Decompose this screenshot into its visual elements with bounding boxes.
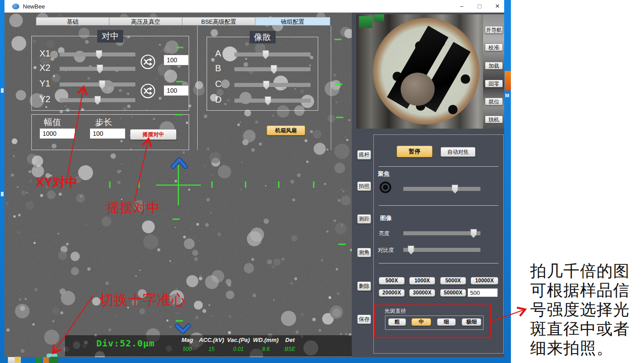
in-position-button[interactable]: 就位 xyxy=(485,98,503,105)
spot-extra-fine-button[interactable]: 极细 xyxy=(462,318,481,326)
centering-slider-y2[interactable] xyxy=(60,95,135,104)
tab-basic[interactable]: 基础 xyxy=(36,17,109,26)
centering-value-x-input[interactable] xyxy=(164,55,189,65)
spot-fine-button[interactable]: 细 xyxy=(437,318,456,326)
mag-20000x-button[interactable]: 20000X xyxy=(379,289,405,297)
centering-value-y-input[interactable] xyxy=(164,85,189,96)
taskbar-app-icon-green[interactable] xyxy=(36,357,42,363)
desktop-left-icon-2[interactable] xyxy=(1,192,4,196)
centering-slider-x1[interactable] xyxy=(60,50,135,59)
contrast-label: 对比度 xyxy=(378,246,394,254)
desktop-left-icon[interactable] xyxy=(1,88,4,93)
status-col-acc: ACC.(kV) 15 xyxy=(198,337,225,352)
slider-thumb[interactable] xyxy=(271,65,277,74)
app-logo-icon xyxy=(12,4,19,9)
autofocus-button[interactable]: 自动对焦 xyxy=(441,147,475,157)
mag-5000x-button[interactable]: 5000X xyxy=(440,277,466,285)
slider-thumb[interactable] xyxy=(95,50,102,59)
save-button[interactable]: 保存 xyxy=(357,315,371,324)
annotation-note-text: 拍几千倍的图 可根据样品信 号强度选择光 斑直径中或者 细来拍照。 xyxy=(530,262,644,358)
minimize-icon[interactable]: – xyxy=(453,0,471,13)
tab-bse-advanced[interactable]: BSE高级配置 xyxy=(182,17,255,26)
astig-slider-b[interactable] xyxy=(234,65,311,73)
mag-30000x-button[interactable]: 30000X xyxy=(409,289,435,297)
slider-track[interactable] xyxy=(234,52,311,56)
sem-image-viewport[interactable]: 基础 高压及真空 BSE高级配置 镜组配置 对中 X1 X2 Y1 Y2 xyxy=(4,13,352,357)
swap-y-icon[interactable] xyxy=(140,83,156,99)
mag-10000x-button[interactable]: 10000X xyxy=(471,277,498,285)
contrast-slider[interactable] xyxy=(403,245,480,254)
slider-thumb[interactable] xyxy=(96,65,103,73)
offline-button[interactable]: 脱机 xyxy=(485,116,503,123)
app-window: NewBee – ◻ ✕ 基础 高压及真空 BSE高级配置 xyxy=(4,0,504,357)
mag-50000x-button[interactable]: 50000X xyxy=(440,289,466,297)
step-input[interactable] xyxy=(90,128,125,139)
pause-button[interactable]: 暂停 xyxy=(397,146,432,157)
spot-diameter-label: 光斑直径 xyxy=(385,307,406,315)
slider-track[interactable] xyxy=(60,82,135,86)
slider-track[interactable] xyxy=(403,248,480,252)
panel-divider-2 xyxy=(331,26,331,150)
centering-slider-x2[interactable] xyxy=(60,64,135,73)
delete-button[interactable]: 删除 xyxy=(357,281,371,291)
brightness-label: 亮度 xyxy=(379,230,389,238)
centering-group-title: 对中 xyxy=(97,30,123,43)
status-columns: Mag 500 ACC.(kV) 15 Vac.(Pa) 0.01 WD.(mm… xyxy=(177,337,300,352)
slider-label-y2: Y2 xyxy=(39,94,50,104)
status-col-det: Det BSE xyxy=(280,337,300,352)
spot-medium-button[interactable]: 中 xyxy=(411,318,431,326)
spot-coarse-button[interactable]: 粗 xyxy=(388,318,406,326)
slider-thumb[interactable] xyxy=(452,185,458,194)
brightness-slider[interactable] xyxy=(403,229,480,238)
panel-divider xyxy=(197,26,198,150)
status-col-vac: Vac.(Pa) 0.01 xyxy=(225,337,251,352)
load-button[interactable]: 加载 xyxy=(485,62,503,69)
home-zero-button[interactable]: 回零 xyxy=(485,80,503,87)
maximize-icon[interactable]: ◻ xyxy=(471,0,488,13)
window-title: NewBee xyxy=(23,3,45,10)
slider-thumb[interactable] xyxy=(263,81,270,90)
slider-thumb[interactable] xyxy=(94,96,101,105)
slider-thumb[interactable] xyxy=(264,96,271,105)
measure-distance-button[interactable]: 测距 xyxy=(357,214,371,224)
joystick-button[interactable]: 摇杆 xyxy=(357,150,371,160)
slider-thumb[interactable] xyxy=(470,229,477,238)
close-icon[interactable]: ✕ xyxy=(488,0,506,13)
mag-1000x-button[interactable]: 1000X xyxy=(409,277,435,285)
div-scale-readout: Div:52.0μm xyxy=(96,338,155,349)
taskbar-folder-icon[interactable] xyxy=(15,357,20,363)
astig-slider-d[interactable] xyxy=(234,96,311,105)
amplitude-input[interactable] xyxy=(39,128,75,139)
chassis-fan-button[interactable]: 机箱风扇 xyxy=(267,125,305,135)
calibrate-button[interactable]: 校准 xyxy=(485,43,503,51)
open-navigation-button[interactable]: 开导航 xyxy=(485,26,503,34)
mag-500x-button[interactable]: 500X xyxy=(379,277,405,285)
magnification-input[interactable] xyxy=(467,288,498,297)
slider-thumb[interactable] xyxy=(408,246,415,255)
status-col-wd: WD.(mm) 8.6 xyxy=(251,337,280,352)
slider-track[interactable] xyxy=(234,83,311,87)
wobble-center-button[interactable]: 摇摆对中 xyxy=(130,129,177,140)
slider-track[interactable] xyxy=(403,231,480,235)
photo-button[interactable]: 拍照 xyxy=(357,182,371,191)
desktop-shortcut-icon[interactable] xyxy=(505,71,511,91)
swap-x-icon[interactable] xyxy=(140,54,156,70)
camera-connector xyxy=(359,16,372,28)
astig-slider-c[interactable] xyxy=(234,80,311,89)
focus-target-icon[interactable] xyxy=(380,182,391,193)
slider-track[interactable] xyxy=(403,187,480,191)
taskbar-app-icon-orange[interactable] xyxy=(43,357,49,363)
taskbar-app-icon-green2[interactable] xyxy=(50,357,58,363)
astig-slider-a[interactable] xyxy=(234,50,311,59)
slider-track[interactable] xyxy=(234,99,311,103)
tab-hv-vacuum[interactable]: 高压及真空 xyxy=(109,17,182,26)
image-section-label: 图像 xyxy=(380,214,392,222)
focus-slider[interactable] xyxy=(403,184,480,193)
slider-thumb[interactable] xyxy=(262,50,269,59)
slider-label-x2: X2 xyxy=(39,63,50,73)
measure-angle-button[interactable]: 测角 xyxy=(357,248,371,257)
amplitude-label: 幅值 xyxy=(44,117,61,128)
tab-lens-config[interactable]: 镜组配置 xyxy=(255,17,330,26)
centering-slider-y1[interactable] xyxy=(60,80,135,89)
slider-thumb[interactable] xyxy=(99,80,105,89)
